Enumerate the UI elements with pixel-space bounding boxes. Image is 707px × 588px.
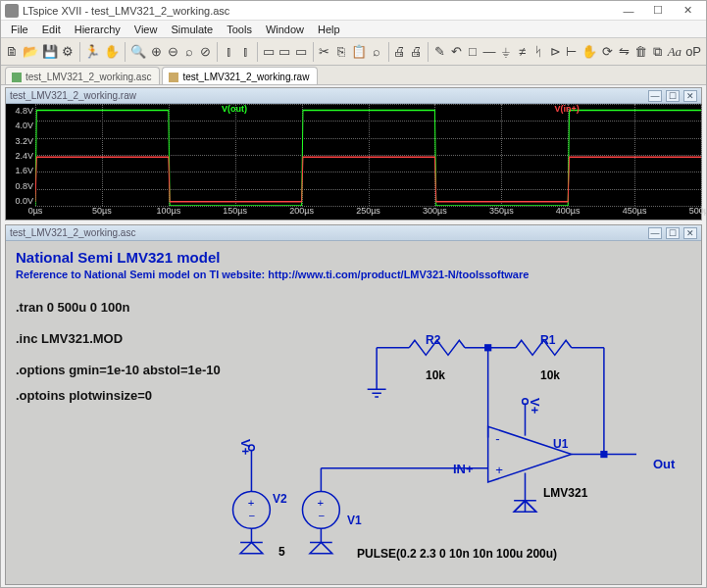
menu-help[interactable]: Help [312, 23, 346, 36]
tool-settings-icon[interactable]: ⚙ [61, 42, 76, 62]
tool-copy-icon[interactable]: ⎘ [333, 42, 348, 62]
tool-new-icon[interactable]: 🗎 [5, 42, 20, 62]
tab-waveform[interactable]: test_LMV321_2_working.raw [162, 67, 318, 84]
tool-text-op-icon[interactable]: oP [684, 42, 702, 62]
y-tick: 4.8V [8, 106, 33, 116]
schematic-canvas[interactable]: National Semi LMV321 model Reference to … [6, 241, 701, 584]
window-close-button[interactable]: ✕ [673, 2, 702, 20]
trace-vin[interactable] [35, 157, 701, 202]
label-r2-value[interactable]: 10k [426, 368, 445, 382]
menu-hierarchy[interactable]: Hierarchy [69, 23, 126, 36]
tool-duplicate-icon[interactable]: ⧉ [650, 42, 665, 62]
tool-resistor-icon[interactable]: ≠ [515, 42, 530, 62]
panel-button-c[interactable]: ✕ [683, 90, 697, 102]
net-label-vplus-u1[interactable]: V+ [528, 398, 542, 414]
tool-window3-icon[interactable]: ▭ [294, 42, 309, 62]
ground-icon[interactable] [240, 542, 263, 553]
tool-move-icon[interactable]: ✋ [581, 42, 598, 62]
net-label-out[interactable]: Out [653, 457, 675, 471]
label-v2-name[interactable]: V2 [273, 492, 287, 506]
wire[interactable] [514, 472, 536, 512]
tool-ground-icon[interactable]: ⏚ [498, 42, 513, 62]
tool-plot-add-icon[interactable]: ⫿ [238, 42, 253, 62]
net-label-vplus-v2[interactable]: V+ [238, 439, 253, 455]
menu-tools[interactable]: Tools [221, 23, 258, 36]
label-v1-value[interactable]: PULSE(0.2 2.3 0 10n 10n 100u 200u) [357, 547, 557, 561]
x-tick: 500µs [689, 206, 707, 216]
label-r1-value[interactable]: 10k [540, 368, 560, 382]
window-minimize-button[interactable]: — [614, 2, 643, 20]
tool-stop-icon[interactable]: ✋ [103, 42, 121, 62]
trace-label-vin[interactable]: V(in+) [555, 104, 580, 114]
waveform-panel-header[interactable]: test_LMV321_2_working.raw — ☐ ✕ [6, 88, 701, 104]
panel-button-a[interactable]: — [648, 90, 662, 102]
panel-button-b[interactable]: ☐ [666, 227, 680, 239]
label-r2-name[interactable]: R2 [426, 333, 440, 347]
label-u1-value[interactable]: LMV321 [543, 486, 587, 500]
tool-capacitor-icon[interactable]: ⊢ [565, 42, 580, 62]
trace-vout[interactable] [35, 111, 701, 207]
tool-window2-icon[interactable]: ▭ [278, 42, 292, 62]
tool-inductor-icon[interactable]: ᛋ [531, 42, 546, 62]
tab-waveform-icon [169, 73, 178, 82]
tool-open-icon[interactable]: 📂 [22, 42, 39, 62]
tool-zoom-fit-icon[interactable]: ⌕ [182, 42, 197, 62]
tool-zoom-cancel-icon[interactable]: ⊘ [199, 42, 214, 62]
svg-text:+: + [248, 497, 255, 509]
tool-plot-settings-icon[interactable]: ⫿ [222, 42, 236, 62]
menu-view[interactable]: View [128, 23, 164, 36]
tab-schematic[interactable]: test_LMV321_2_working.asc [5, 67, 160, 84]
panel-button-a[interactable]: — [648, 227, 662, 239]
menu-edit[interactable]: Edit [36, 23, 67, 36]
tool-find-icon[interactable]: ⌕ [370, 42, 384, 62]
tool-save-icon[interactable]: 💾 [41, 42, 59, 62]
tool-print-icon[interactable]: 🖨 [392, 42, 407, 62]
tool-zoom-in-icon[interactable]: ⊕ [149, 42, 164, 62]
tool-paste-icon[interactable]: 📋 [350, 42, 368, 62]
x-tick: 200µs [289, 206, 314, 216]
tool-wire-icon[interactable]: — [481, 42, 496, 62]
tool-zoom-out-icon[interactable]: ⊖ [166, 42, 180, 62]
tool-rotate-icon[interactable]: ⟳ [600, 42, 615, 62]
menu-file[interactable]: File [5, 23, 34, 36]
tool-mirror-icon[interactable]: ⇋ [617, 42, 631, 62]
menubar: File Edit Hierarchy View Simulate Tools … [1, 21, 706, 38]
panel-button-c[interactable]: ✕ [683, 227, 697, 239]
tool-cut-icon[interactable]: ✂ [317, 42, 331, 62]
tool-search-icon[interactable]: 🔍 [129, 42, 147, 62]
tool-undo-icon[interactable]: ↶ [449, 42, 464, 62]
tool-diode-icon[interactable]: ⊳ [548, 42, 563, 62]
window-maximize-button[interactable]: ☐ [643, 2, 673, 20]
svg-text:−: − [319, 510, 326, 521]
wire[interactable] [310, 528, 332, 542]
wire[interactable] [368, 348, 386, 397]
label-r1-name[interactable]: R1 [540, 333, 555, 347]
wire[interactable] [240, 528, 263, 542]
tool-print-setup-icon[interactable]: 🖨 [409, 42, 424, 62]
tool-component-icon[interactable]: □ [466, 42, 480, 62]
schematic-panel-header[interactable]: test_LMV321_2_working.asc — ☐ ✕ [6, 225, 701, 241]
label-v1-name[interactable]: V1 [347, 514, 362, 527]
schematic-svg: - + + − + − [6, 241, 701, 584]
tool-window1-icon[interactable]: ▭ [261, 42, 276, 62]
tool-delete-icon[interactable]: 🗑 [633, 42, 648, 62]
svg-text:+: + [495, 463, 503, 477]
label-u1-name[interactable]: U1 [553, 437, 568, 451]
waveform-plot[interactable]: 4.8V 4.0V 3.2V 2.4V 1.6V 0.8V 0.0V V(out… [6, 104, 701, 220]
tool-draw-icon[interactable]: ✎ [432, 42, 447, 62]
menu-simulate[interactable]: Simulate [165, 23, 219, 36]
label-v2-value[interactable]: 5 [278, 545, 285, 559]
tool-text-large-icon[interactable]: Aa [667, 42, 682, 62]
panel-button-b[interactable]: ☐ [666, 90, 680, 102]
x-tick: 150µs [223, 206, 247, 216]
plot-x-axis: 0µs50µs100µs150µs200µs250µs300µs350µs400… [35, 206, 701, 220]
trace-label-vout[interactable]: V(out) [222, 104, 247, 114]
menu-window[interactable]: Window [260, 23, 310, 36]
toolbar-separator [79, 42, 80, 62]
net-label-inplus[interactable]: IN+ [453, 462, 474, 476]
tool-run-icon[interactable]: 🏃 [83, 42, 101, 62]
ground-icon[interactable] [310, 542, 332, 553]
x-tick: 450µs [623, 206, 647, 216]
y-tick: 4.0V [8, 121, 33, 130]
plot-main-area[interactable]: V(out) V(in+) 0µs50µs100µs150µs200µs250µ… [35, 104, 701, 220]
